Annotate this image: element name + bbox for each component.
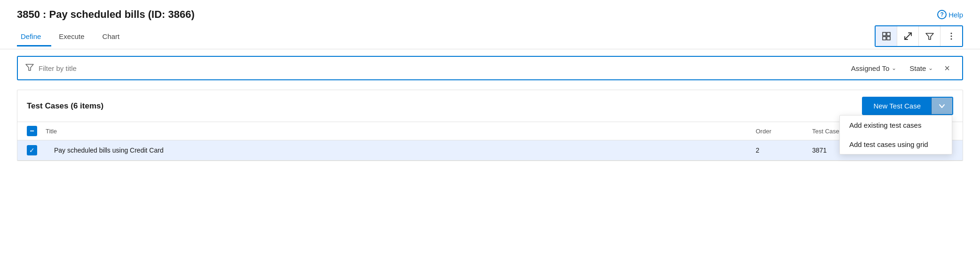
row-order: 2 [756,146,812,154]
test-cases-table: Test Cases (6 items) New Test Case Add e… [17,90,963,161]
table-row[interactable]: ✓ Pay scheduled bills using Credit Card … [17,140,963,161]
new-test-case-chevron-button[interactable] [931,98,952,114]
tab-define[interactable]: Define [17,28,51,46]
add-test-cases-using-grid-item[interactable]: Add test cases using grid [840,135,952,154]
svg-point-9 [951,39,952,40]
help-icon: ? [937,10,947,19]
assigned-to-dropdown[interactable]: Assigned To ⌄ [845,62,903,75]
filter-close-button[interactable]: × [940,61,955,76]
select-all-checkbox[interactable]: − [27,126,37,136]
chevron-down-icon [938,102,946,110]
column-headers: − Title Order Test Case Id Assigned [17,122,963,140]
filter-input[interactable] [39,64,845,72]
assigned-to-chevron-icon: ⌄ [892,65,896,71]
expand-icon [903,31,913,41]
col-header-order: Order [756,128,812,135]
tab-chart[interactable]: Chart [99,28,130,46]
new-test-case-btn-group: New Test Case Add existing test cases Ad… [862,97,953,115]
table-title: Test Cases (6 items) [27,101,103,111]
more-options-button[interactable] [940,26,962,46]
tab-bar: Define Execute Chart [0,25,980,49]
svg-line-4 [908,33,911,36]
filter-bar-icon [25,63,34,74]
row-title: Pay scheduled bills using Credit Card [54,146,756,154]
state-label: State [909,64,926,72]
table-header-row: Test Cases (6 items) New Test Case Add e… [17,90,963,122]
svg-rect-3 [887,37,890,40]
filter-funnel-icon [25,63,34,71]
grid-view-button[interactable] [876,26,897,46]
more-icon [947,31,956,41]
help-link[interactable]: ? Help [937,10,963,19]
svg-line-5 [905,36,908,39]
state-dropdown[interactable]: State ⌄ [903,62,940,75]
svg-rect-1 [887,32,890,36]
row-checkbox[interactable]: ✓ [27,145,37,155]
svg-marker-10 [26,64,33,70]
header: 3850 : Pay scheduled bills (ID: 3866) ? … [0,0,980,25]
new-test-case-dropdown-menu: Add existing test cases Add test cases u… [839,115,952,154]
svg-point-8 [951,36,952,37]
state-chevron-icon: ⌄ [928,65,933,71]
tabs: Define Execute Chart [17,28,134,46]
toolbar-icons [875,25,963,47]
new-test-case-button[interactable]: New Test Case [863,98,931,114]
add-existing-test-cases-item[interactable]: Add existing test cases [840,116,952,135]
grid-icon [882,31,891,41]
expand-button[interactable] [897,26,919,46]
filter-bar: Assigned To ⌄ State ⌄ × [17,56,963,80]
help-label: Help [948,11,963,19]
page-container: 3850 : Pay scheduled bills (ID: 3866) ? … [0,0,980,262]
svg-rect-2 [883,37,886,40]
col-header-title: Title [46,128,756,135]
filter-icon [925,31,934,41]
svg-marker-6 [926,33,933,39]
select-all-checkbox-col: − [27,126,46,136]
svg-point-7 [951,33,952,34]
tab-execute[interactable]: Execute [55,28,95,46]
row-checkbox-col: ✓ [27,145,46,155]
filter-right: Assigned To ⌄ State ⌄ × [845,61,955,76]
page-title: 3850 : Pay scheduled bills (ID: 3866) [17,8,195,21]
svg-rect-0 [883,32,886,36]
assigned-to-label: Assigned To [851,64,889,72]
filter-toolbar-button[interactable] [919,26,940,46]
